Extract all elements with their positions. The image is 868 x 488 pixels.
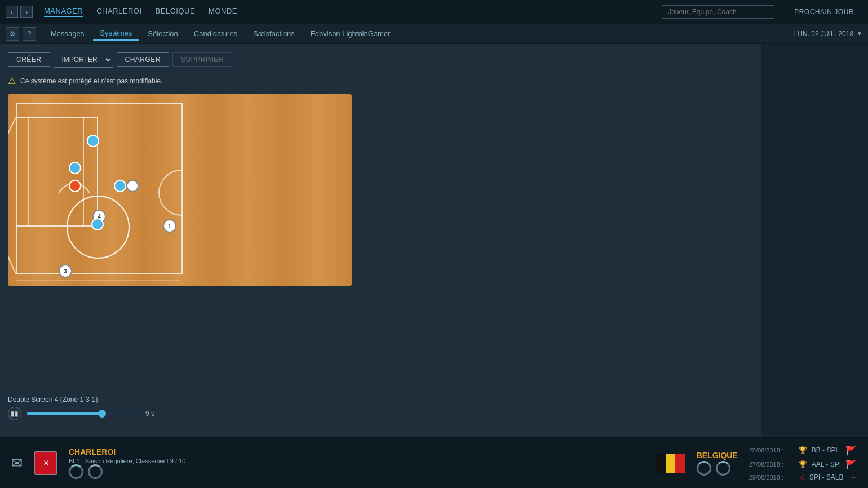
warning-icon: ⚠ [8, 76, 16, 86]
nav-selection[interactable]: Sélection [141, 27, 184, 40]
second-nav-icons: ⚙ ? [6, 27, 36, 41]
forward-arrow[interactable]: › [20, 6, 33, 18]
play-info: Double Screen 4 (Zone 1-3-1) [8, 396, 98, 403]
belgique-spinners [697, 461, 738, 476]
flag-red [675, 454, 685, 473]
top-nav: ‹ › MANAGER CHARLEROI BELGIQUE MONDE PRO… [0, 0, 868, 24]
flag-black [656, 454, 666, 473]
spinner-3 [697, 461, 711, 476]
court-wood: 4 1 3 [8, 94, 352, 286]
svg-point-1 [159, 170, 183, 215]
nav-manager[interactable]: MANAGER [44, 7, 83, 17]
creer-button[interactable]: CRÉER [8, 52, 50, 67]
score-row-2: 27/08/2018 : 🏆 AAL - SPI 🚩 [749, 459, 857, 470]
player-4[interactable] [114, 180, 126, 192]
score-row-1: 25/08/2018 : 🏆 BB - SPI 🚩 [749, 445, 857, 456]
charleroi-name: CHARLEROI [69, 447, 185, 456]
belgium-flag [656, 454, 685, 473]
charleroi-sub: BL1 : Saison Régulière, Classement 9 / 1… [69, 458, 185, 464]
score-flag-2: 🚩 [845, 459, 857, 470]
date-dropdown-icon[interactable]: ▼ [857, 30, 862, 37]
flag-yellow [666, 454, 675, 473]
nav-monde[interactable]: MONDE [209, 7, 237, 17]
score-date-2: 27/08/2018 : [749, 461, 794, 468]
supprimer-button[interactable]: SUPPRIMER [172, 52, 232, 67]
score-icon-3: ⚔ [799, 473, 805, 481]
timeline-thumb [98, 410, 106, 418]
score-teams-3: SPI - SALB [809, 473, 845, 481]
score-icon-1: 🏆 [799, 446, 807, 454]
player-8[interactable]: 1 [163, 219, 176, 233]
warning-message: ⚠ Ce système est protégé et n'est pas mo… [8, 76, 753, 86]
score-icon-2: 🏆 [799, 460, 807, 468]
player-ball[interactable] [69, 180, 81, 192]
charleroi-spinners [69, 464, 185, 479]
date-label: LUN. 02 JUIL. 2018 [794, 30, 853, 38]
charleroi-logo: ⚔ [34, 451, 57, 475]
nav-systemes[interactable]: Systèmes [93, 26, 139, 41]
score-teams-1: BB - SPI [812, 446, 841, 454]
spinner-2 [88, 464, 103, 479]
right-scores: 25/08/2018 : 🏆 BB - SPI 🚩 27/08/2018 : 🏆… [749, 445, 857, 481]
charleroi-logo-icon: ⚔ [43, 460, 48, 466]
time-label: 9 s [145, 410, 154, 418]
pause-button[interactable]: ▮▮ [8, 407, 21, 420]
settings-icon[interactable]: ⚙ [6, 27, 19, 41]
nav-links: MANAGER CHARLEROI BELGIQUE MONDE [44, 7, 237, 17]
player-1[interactable] [87, 135, 99, 147]
score-flag-1: 🚩 [845, 445, 857, 456]
timeline-fill [27, 412, 100, 415]
toolbar: CRÉER IMPORTER CHARGER SUPPRIMER [8, 52, 753, 68]
score-arrow-3: → [850, 473, 857, 481]
basketball-court: 4 1 3 [8, 94, 352, 286]
spinner-4 [716, 461, 730, 476]
right-panel [761, 44, 868, 437]
player-5[interactable] [126, 180, 139, 192]
nav-messages[interactable]: Messages [44, 27, 91, 40]
nav-belgique[interactable]: BELGIQUE [156, 7, 195, 17]
belgique-name: BELGIQUE [697, 451, 738, 460]
player-7[interactable] [91, 218, 104, 230]
nav-charleroi[interactable]: CHARLEROI [96, 7, 141, 17]
message-icon[interactable]: ✉ [11, 455, 23, 471]
charger-button[interactable]: CHARGER [117, 52, 170, 67]
nav-arrows: ‹ › [6, 6, 33, 18]
importer-select[interactable]: IMPORTER [54, 52, 113, 68]
timeline[interactable] [27, 412, 140, 415]
score-teams-2: AAL - SPI [812, 460, 841, 468]
score-date-1: 25/08/2018 : [749, 447, 794, 454]
play-controls: ▮▮ 9 s [8, 407, 154, 420]
second-nav: ⚙ ? Messages Systèmes Sélection Candidat… [0, 24, 868, 44]
left-panel: CRÉER IMPORTER CHARGER SUPPRIMER ⚠ Ce sy… [0, 44, 761, 437]
main-layout: CRÉER IMPORTER CHARGER SUPPRIMER ⚠ Ce sy… [0, 44, 868, 437]
back-arrow[interactable]: ‹ [6, 6, 18, 18]
spinner-1 [69, 464, 83, 479]
charleroi-info: CHARLEROI BL1 : Saison Régulière, Classe… [69, 447, 185, 479]
score-row-3: 29/08/2018 : ⚔ SPI - SALB → [749, 473, 857, 481]
belgique-info: BELGIQUE [697, 451, 738, 476]
bottom-bar: ✉ ⚔ CHARLEROI BL1 : Saison Régulière, Cl… [0, 437, 868, 488]
nav-fabvison[interactable]: Fabvison LightninGamer [304, 27, 397, 40]
help-icon[interactable]: ? [23, 27, 36, 41]
nav-candidatures[interactable]: Candidatures [187, 27, 244, 40]
player-9[interactable]: 3 [59, 264, 72, 278]
prochain-jour-button[interactable]: PROCHAIN JOUR [786, 5, 862, 19]
search-input[interactable] [662, 5, 774, 19]
score-date-3: 29/08/2018 : [749, 474, 794, 481]
nav-satisfactions[interactable]: Satisfactions [246, 27, 302, 40]
warning-text: Ce système est protégé et n'est pas modi… [20, 77, 162, 85]
court-svg [8, 94, 183, 286]
player-2[interactable] [69, 162, 81, 174]
